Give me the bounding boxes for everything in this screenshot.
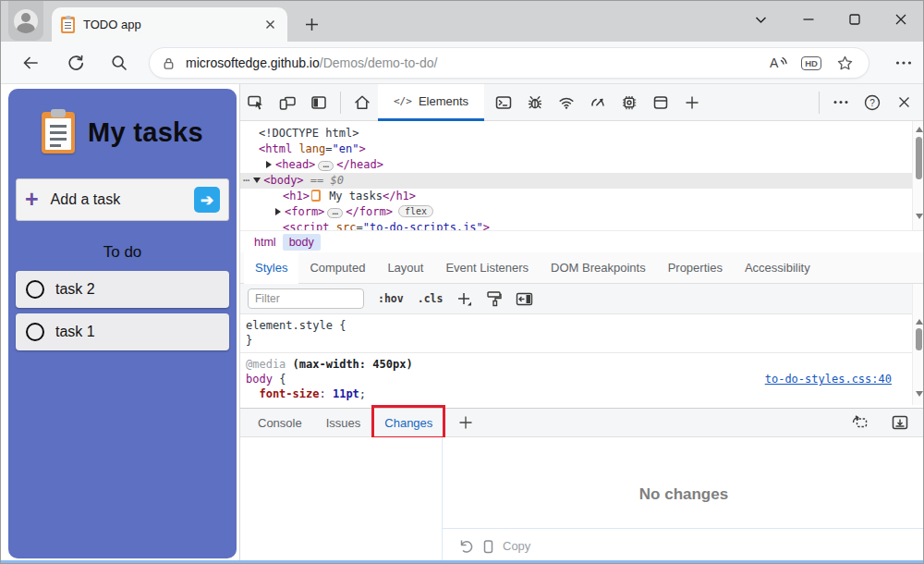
console-tool-icon[interactable]: [488, 89, 519, 116]
copy-icon[interactable]: [481, 538, 494, 554]
pane-tab-accessibility[interactable]: Accessibility: [734, 252, 821, 284]
breadcrumb-html[interactable]: html: [248, 234, 283, 251]
new-tab-button[interactable]: [298, 11, 324, 37]
add-quick-view-tab-icon[interactable]: [450, 409, 481, 436]
address-bar[interactable]: microsoftedge.github.io/Demos/demo-to-do…: [149, 47, 869, 79]
avatar: [14, 9, 38, 33]
no-changes-message: No changes: [443, 485, 924, 504]
network-wifi-icon[interactable]: [551, 89, 582, 116]
read-aloud-icon[interactable]: A: [765, 51, 791, 75]
maximize-button[interactable]: [834, 1, 875, 38]
style-rule-line[interactable]: font-size: 11pt;: [240, 386, 912, 401]
plus-icon: +: [25, 190, 39, 208]
quickview-tab-console[interactable]: Console: [246, 408, 314, 437]
inspect-element-icon[interactable]: [240, 89, 272, 116]
dom-tree-row[interactable]: <h1> My tasks</h1>: [240, 189, 924, 204]
profile-button[interactable]: [8, 1, 43, 41]
more-tools-plus-icon[interactable]: [676, 89, 708, 116]
revert-changes-icon[interactable]: [457, 538, 473, 554]
pane-tab-layout[interactable]: Layout: [376, 252, 434, 284]
dom-tree-scrollbar[interactable]: [912, 121, 924, 230]
svg-text:?: ?: [869, 97, 875, 107]
refresh-button[interactable]: [63, 50, 89, 76]
dom-tree-row[interactable]: <form>…</form>flex: [240, 204, 924, 220]
tab-actions-chevron-icon[interactable]: [740, 1, 781, 38]
pane-tab-properties[interactable]: Properties: [657, 252, 734, 284]
submit-task-button[interactable]: ➔: [194, 187, 220, 213]
dom-tree-row[interactable]: <head>…</head>: [240, 157, 924, 173]
activity-bar-layout-icon[interactable]: [303, 89, 334, 116]
breadcrumb-body[interactable]: body: [283, 234, 321, 251]
collapsed-content-icon[interactable]: …: [318, 161, 334, 171]
node-menu-icon[interactable]: ⋯: [243, 174, 250, 187]
issues-bug-icon[interactable]: [519, 89, 551, 116]
copy-button[interactable]: Copy: [503, 539, 530, 553]
application-drawer-icon[interactable]: [645, 89, 676, 116]
pane-tab-dom-breakpoints[interactable]: DOM Breakpoints: [540, 252, 657, 284]
pane-tab-computed[interactable]: Computed: [298, 252, 376, 284]
dock-quick-view-icon[interactable]: [884, 409, 916, 436]
dom-tree-row[interactable]: <html lang="en">: [240, 141, 924, 157]
collapsed-content-icon[interactable]: …: [327, 208, 343, 218]
pane-tab-event-listeners[interactable]: Event Listeners: [434, 252, 540, 284]
home-icon[interactable]: [346, 89, 378, 116]
collapse-arrow-icon[interactable]: [253, 178, 261, 183]
back-button[interactable]: [18, 50, 43, 76]
task-item: task 2: [16, 271, 229, 308]
performance-gauge-icon[interactable]: [582, 89, 614, 116]
favorites-star-icon[interactable]: [832, 51, 857, 75]
styles-pane-tabs: StylesComputedLayoutEvent ListenersDOM B…: [240, 252, 924, 284]
changes-toolbar: Copy: [443, 528, 924, 562]
task-checkbox[interactable]: [26, 280, 44, 299]
dom-tree-row[interactable]: <!DOCTYPE html>: [240, 126, 924, 141]
page-content: My tasks + Add a task ➔ To do task 2task…: [1, 84, 239, 562]
minimize-button[interactable]: [788, 1, 829, 38]
move-panel-icon[interactable]: [844, 409, 875, 436]
app-title: My tasks: [88, 117, 203, 148]
flex-badge[interactable]: flex: [398, 205, 433, 217]
task-item: task 1: [16, 313, 229, 350]
tab-close-icon[interactable]: [261, 17, 278, 33]
clipboard-emoji-icon: [311, 190, 321, 202]
styles-scrollbar[interactable]: [912, 284, 924, 405]
task-checkbox[interactable]: [26, 323, 44, 341]
help-icon[interactable]: ?: [857, 89, 888, 116]
quickview-tab-issues[interactable]: Issues: [314, 408, 373, 437]
browser-menu-icon[interactable]: [890, 50, 918, 76]
style-rule-line[interactable]: }: [240, 333, 912, 348]
url-path: /Demos/demo-to-do/: [320, 55, 438, 70]
computed-sidebar-toggle-icon[interactable]: [516, 291, 533, 307]
dom-tree-row[interactable]: ⋯<body> == $0: [240, 173, 924, 189]
style-rule-line[interactable]: @media (max-width: 450px): [240, 352, 912, 372]
hd-toggle-icon[interactable]: HD: [798, 51, 824, 75]
expand-arrow-icon[interactable]: [266, 161, 272, 168]
tab-elements[interactable]: </> Elements: [378, 84, 484, 121]
stylesheet-link[interactable]: to-do-styles.css:40: [765, 372, 892, 386]
browser-tab[interactable]: TODO app: [52, 7, 287, 42]
expand-arrow-icon[interactable]: [275, 208, 281, 215]
toggle-class-button[interactable]: .cls: [418, 292, 444, 305]
customize-devtools-icon[interactable]: [825, 89, 857, 116]
quickview-tab-changes[interactable]: Changes: [372, 408, 444, 437]
styles-filter-input[interactable]: [248, 288, 364, 309]
devtools-toolbar: </> Elements: [240, 84, 924, 121]
close-devtools-icon[interactable]: [888, 89, 919, 116]
dom-tree-row[interactable]: <script src="to-do-scripts.js">: [240, 220, 924, 230]
add-task-field[interactable]: + Add a task ➔: [16, 178, 229, 221]
app-title-row: My tasks: [8, 89, 237, 153]
search-icon[interactable]: [106, 50, 132, 76]
title-bar: TODO app: [1, 1, 924, 42]
toggle-hover-state-button[interactable]: :hov: [378, 292, 404, 305]
styles-rules: element.style {}@media (max-width: 450px…: [240, 314, 912, 405]
tab-title: TODO app: [83, 18, 261, 31]
memory-chip-icon[interactable]: [614, 89, 645, 116]
pane-tab-styles[interactable]: Styles: [244, 252, 298, 284]
style-rule-line[interactable]: element.style {: [240, 318, 912, 333]
annotation-highlight-box: [371, 405, 445, 439]
style-rule-line[interactable]: body {to-do-styles.css:40: [240, 372, 912, 386]
close-window-button[interactable]: [881, 1, 921, 38]
new-style-rule-icon[interactable]: [456, 291, 472, 307]
device-emulation-icon[interactable]: [272, 89, 303, 116]
format-styles-icon[interactable]: [486, 290, 502, 307]
task-list: task 2task 1: [16, 271, 229, 350]
